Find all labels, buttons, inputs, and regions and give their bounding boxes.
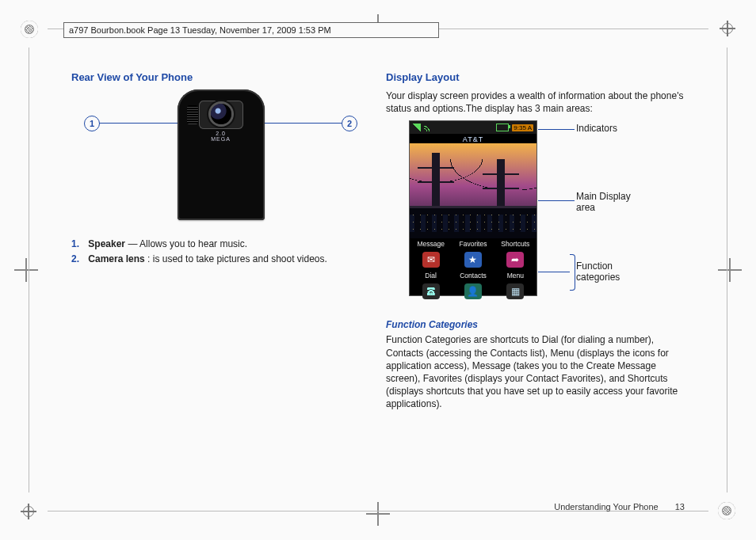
speaker-icon xyxy=(187,105,198,124)
page-body: Rear View of Your Phone 1 2 2.0 MEGA 1. … xyxy=(71,71,685,485)
status-bar: 9:35 A xyxy=(410,121,536,134)
item-number: 2. xyxy=(71,252,86,267)
fn-label-message: Message xyxy=(410,238,452,249)
network-icon xyxy=(424,124,432,131)
crop-cross-left xyxy=(14,258,38,282)
phone-rear-body: 2.0 MEGA xyxy=(178,89,265,220)
callout-line-1 xyxy=(91,123,182,124)
trim-line-left xyxy=(29,48,29,492)
dial-icon: 🕿 xyxy=(422,283,440,299)
rear-view-list: 1. Speaker — Allows you to hear music. 2… xyxy=(71,237,370,267)
callout-line-2 xyxy=(259,123,350,124)
annotation-main-area-line1: Main Display xyxy=(576,191,631,202)
camera-lens-icon xyxy=(211,104,231,124)
bridge-cable-icon xyxy=(410,159,536,207)
fn-label-favorites: Favorites xyxy=(452,238,494,249)
function-row-1-labels: Message Favorites Shortcuts xyxy=(410,238,536,249)
signal-icon xyxy=(413,124,421,131)
message-icon: ✉ xyxy=(422,252,440,268)
annotation-indicators: Indicators xyxy=(576,123,617,134)
city-lights-icon xyxy=(410,211,536,235)
annotation-main-area: Main Display area xyxy=(576,191,647,213)
left-column: Rear View of Your Phone 1 2 2.0 MEGA 1. … xyxy=(71,71,370,485)
phone-screen: 9:35 A AT&T Message Favorites Shortcuts xyxy=(410,121,536,295)
registration-mark-top-right xyxy=(720,21,735,36)
registration-mark-bottom-left xyxy=(21,504,36,519)
fn-label-menu: Menu xyxy=(494,270,536,281)
page-footer: Understanding Your Phone 13 xyxy=(554,502,685,511)
fn-label-shortcuts: Shortcuts xyxy=(494,238,536,249)
footer-page-number: 13 xyxy=(675,502,685,511)
heading-rear-view: Rear View of Your Phone xyxy=(71,71,370,83)
wallpaper-image xyxy=(410,143,536,238)
annotation-function-categories: Function categories xyxy=(576,260,647,283)
carrier-label: AT&T xyxy=(410,134,536,143)
menu-icon: ▦ xyxy=(506,283,524,299)
registration-rosette-bottom-right xyxy=(718,502,735,519)
mp-line2: MEGA xyxy=(211,136,231,142)
bridge-tower-icon xyxy=(432,153,440,208)
mp-line1: 2.0 xyxy=(211,131,231,136)
item-term: Speaker xyxy=(88,238,125,249)
list-item: 1. Speaker — Allows you to hear music. xyxy=(71,237,370,252)
leader-line-main-area xyxy=(538,200,575,201)
favorites-icon: ★ xyxy=(464,252,482,268)
function-row-2-labels: Dial Contacts Menu xyxy=(410,270,536,281)
annotation-fn-line2: categories xyxy=(576,272,620,283)
item-term: Camera lens xyxy=(88,253,144,264)
item-number: 1. xyxy=(71,237,86,252)
item-desc: — Allows you to hear music. xyxy=(128,238,247,249)
footer-section-name: Understanding Your Phone xyxy=(554,502,659,511)
item-desc: : is used to take pictures and shoot vid… xyxy=(147,253,327,264)
trim-line-right xyxy=(727,48,727,492)
contacts-icon: 👤 xyxy=(464,283,482,299)
fn-label-dial: Dial xyxy=(410,270,452,281)
display-layout-intro: Your display screen provides a wealth of… xyxy=(386,89,685,115)
heading-display-layout: Display Layout xyxy=(386,71,685,83)
crop-cross-right xyxy=(718,258,742,282)
phone-screen-figure: 9:35 A AT&T Message Favorites Shortcuts xyxy=(386,121,685,311)
list-item: 2. Camera lens : is used to take picture… xyxy=(71,252,370,267)
callout-badge-1: 1 xyxy=(84,116,100,131)
crop-cross-bottom xyxy=(366,502,390,526)
clock-label: 9:35 A xyxy=(512,124,533,131)
shortcuts-icon: ➦ xyxy=(506,252,524,268)
fn-label-contacts: Contacts xyxy=(452,270,494,281)
function-row-2-icons: 🕿 👤 ▦ xyxy=(410,281,536,302)
function-row-1-icons: ✉ ★ ➦ xyxy=(410,249,536,270)
annotation-fn-line1: Function xyxy=(576,260,613,272)
leader-line-function-categories xyxy=(538,272,570,272)
brace-function-categories xyxy=(570,254,575,291)
function-categories-body: Function Categories are shortcuts to Dia… xyxy=(386,333,685,410)
callout-badge-2: 2 xyxy=(342,116,357,131)
annotation-main-area-line2: area xyxy=(576,202,595,213)
framemaker-header: a797 Bourbon.book Page 13 Tuesday, Novem… xyxy=(63,22,439,38)
leader-line-indicators xyxy=(538,129,575,130)
battery-icon xyxy=(496,124,509,131)
registration-rosette-top-left xyxy=(21,21,38,38)
heading-function-categories: Function Categories xyxy=(386,319,685,330)
camera-megapixel-label: 2.0 MEGA xyxy=(211,131,231,142)
phone-rear-figure: 1 2 2.0 MEGA xyxy=(71,89,370,232)
bridge-tower-icon xyxy=(497,159,505,208)
right-column: Display Layout Your display screen provi… xyxy=(386,71,685,485)
